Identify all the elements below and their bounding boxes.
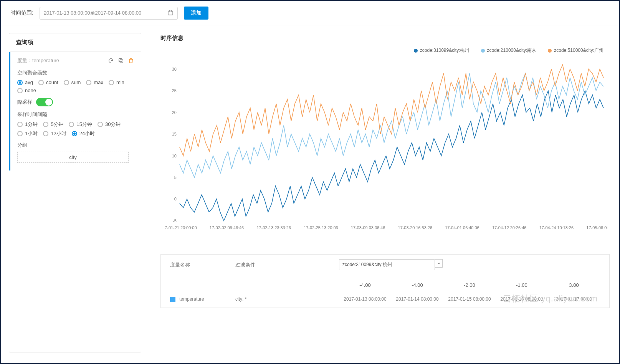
row-filter: city: *	[235, 296, 339, 302]
legend-item[interactable]: zcode:310099&city:杭州	[414, 47, 470, 54]
downsample-toggle[interactable]	[36, 98, 53, 106]
refresh-icon[interactable]	[108, 58, 114, 64]
svg-text:17-03-09 03:06:46: 17-03-09 03:06:46	[351, 225, 385, 230]
table-date: 2017-01-13 08:00:00	[339, 296, 391, 302]
chart-area: -505101520253017-01-21 20:00:0017-02-02 …	[149, 56, 611, 248]
svg-text:-5: -5	[173, 218, 177, 223]
svg-rect-0	[168, 11, 173, 15]
group-title: 分组	[17, 142, 134, 149]
legend-item[interactable]: zcode:510000&city:广州	[548, 47, 603, 54]
table-date: 2017-01-17 08:00	[548, 296, 600, 302]
radio-interval-12小时[interactable]: 12小时	[43, 130, 66, 137]
table-value: -4.00	[391, 282, 443, 288]
radio-interval-1小时[interactable]: 1小时	[17, 130, 38, 137]
radio-agg-none[interactable]: none	[17, 88, 36, 93]
svg-text:17-04-01 06:40:06: 17-04-01 06:40:06	[445, 225, 479, 230]
agg-title: 空间聚合函数	[17, 69, 134, 76]
svg-text:17-03-20 16:53:26: 17-03-20 16:53:26	[398, 225, 432, 230]
table-date: 2017-01-16 08:00:00	[496, 296, 548, 302]
trash-icon[interactable]	[128, 58, 134, 64]
add-button[interactable]: 添加	[184, 7, 208, 20]
radio-agg-avg[interactable]: avg	[17, 79, 33, 85]
svg-text:17-04-12 20:26:46: 17-04-12 20:26:46	[492, 225, 526, 230]
agg-radio-group: avgcountsummaxminnone	[17, 79, 134, 93]
interval-radio-group: 1分钟5分钟15分钟30分钟1小时12小时24小时	[17, 121, 134, 137]
svg-rect-1	[120, 60, 123, 63]
svg-text:5: 5	[174, 175, 177, 180]
svg-text:15: 15	[172, 132, 177, 136]
radio-interval-5分钟[interactable]: 5分钟	[43, 121, 63, 128]
svg-text:17-02-13 23:33:26: 17-02-13 23:33:26	[256, 225, 291, 230]
sidebar-title: 查询项	[9, 33, 141, 52]
col-metric-name: 度量名称	[170, 261, 235, 268]
series-select[interactable]: zcode:310099&city:杭州	[339, 259, 435, 270]
downsample-label: 降采样	[17, 99, 32, 106]
svg-text:10: 10	[172, 154, 177, 158]
col-filter: 过滤条件	[235, 261, 339, 268]
chart-legend: zcode:310099&city:杭州zcode:210000&city:南京…	[149, 47, 611, 56]
top-toolbar: 时间范围: 添加	[1, 1, 619, 25]
svg-rect-2	[119, 59, 122, 62]
line-chart[interactable]: -505101520253017-01-21 20:00:0017-02-02 …	[164, 56, 607, 237]
query-sidebar: 查询项 度量：temperature 空间聚合函数 avgcountsum	[9, 33, 141, 352]
legend-item[interactable]: zcode:210000&city:南京	[481, 47, 537, 54]
chart-panel: 时序信息 zcode:310099&city:杭州zcode:210000&ci…	[149, 33, 611, 352]
radio-interval-30分钟[interactable]: 30分钟	[98, 121, 121, 128]
radio-interval-1分钟[interactable]: 1分钟	[17, 121, 38, 128]
chart-title: 时序信息	[149, 33, 611, 47]
radio-interval-15分钟[interactable]: 15分钟	[69, 121, 92, 128]
table-value: -1.00	[496, 282, 548, 288]
time-range-label: 时间范围:	[10, 10, 33, 17]
svg-text:17-04-24 10:13:26: 17-04-24 10:13:26	[539, 225, 574, 230]
table-date: 2017-01-14 08:00:00	[391, 296, 443, 302]
data-table: 度量名称 过滤条件 zcode:310099&city:杭州 -4.00-4.0…	[160, 254, 610, 308]
svg-text:30: 30	[172, 67, 177, 71]
series-select-value: zcode:310099&city:杭州	[342, 261, 392, 268]
svg-text:25: 25	[172, 88, 177, 93]
date-range-input[interactable]	[44, 10, 167, 16]
metric-label: 度量：temperature	[17, 57, 59, 64]
series-color-swatch	[170, 297, 175, 302]
interval-title: 采样时间间隔	[17, 111, 134, 118]
chevron-down-icon[interactable]	[435, 259, 443, 268]
svg-text:0: 0	[174, 197, 177, 202]
copy-icon[interactable]	[118, 58, 124, 64]
row-metric: temperature	[179, 296, 204, 302]
date-range-picker[interactable]	[40, 7, 178, 20]
radio-agg-count[interactable]: count	[38, 79, 58, 85]
calendar-icon	[167, 10, 174, 17]
svg-text:20: 20	[172, 110, 177, 115]
table-value: -2.00	[443, 282, 496, 288]
table-date: 2017-01-15 08:00:00	[443, 296, 496, 302]
svg-text:17-02-02 09:46:46: 17-02-02 09:46:46	[210, 225, 244, 230]
radio-agg-sum[interactable]: sum	[64, 79, 81, 85]
svg-text:17-01-21 20:00:00: 17-01-21 20:00:00	[164, 225, 197, 230]
svg-text:17-02-25 13:20:06: 17-02-25 13:20:06	[304, 225, 338, 230]
table-value: -4.00	[339, 282, 391, 288]
table-value: 3.00	[548, 282, 600, 288]
svg-text:17-05-06 00:00:00: 17-05-06 00:00:00	[586, 225, 607, 230]
radio-agg-max[interactable]: max	[86, 79, 103, 85]
radio-agg-min[interactable]: min	[109, 79, 124, 85]
radio-interval-24小时[interactable]: 24小时	[72, 130, 95, 137]
group-tag[interactable]: city	[17, 152, 129, 163]
